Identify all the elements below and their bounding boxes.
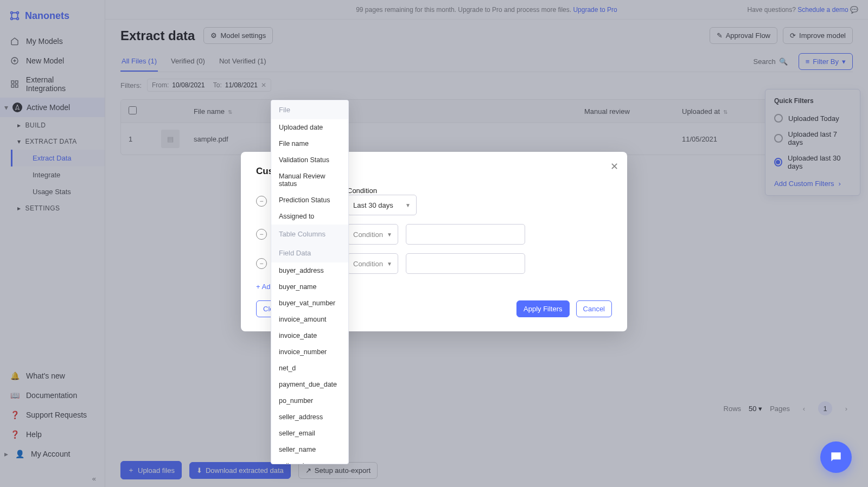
dropdown-option[interactable]: Manual Review status [271, 168, 348, 192]
dropdown-group: Field Data [271, 244, 348, 262]
dropdown-option[interactable]: net_d [271, 360, 348, 376]
remove-rule-icon[interactable]: − [256, 258, 267, 269]
dropdown-option[interactable]: payment_due_date [271, 376, 348, 393]
dropdown-option[interactable]: buyer_name [271, 279, 348, 295]
dropdown-option[interactable]: invoice_amount [271, 311, 348, 328]
dropdown-option[interactable]: Validation Status [271, 152, 348, 168]
dropdown-option[interactable]: File name [271, 136, 348, 152]
chat-icon [829, 450, 843, 464]
dropdown-option[interactable]: invoice_date [271, 328, 348, 344]
dropdown-option[interactable]: seller_phone [271, 458, 348, 464]
condition-select-2[interactable]: Condition▼ [347, 224, 398, 245]
dropdown-option[interactable]: Assigned to [271, 208, 348, 225]
field-options-dropdown: FileUploaded dateFile nameValidation Sta… [271, 100, 349, 464]
value-input-2[interactable] [406, 224, 525, 245]
dropdown-option[interactable]: invoice_number [271, 344, 348, 360]
remove-rule-icon[interactable]: − [256, 196, 267, 207]
dropdown-option[interactable]: po_number [271, 393, 348, 409]
condition-select-3[interactable]: Condition▼ [347, 253, 398, 274]
dropdown-option[interactable]: Prediction Status [271, 192, 348, 208]
condition-select-1[interactable]: Last 30 days▼ [347, 195, 417, 215]
modal-overlay: ✕ Custom Filters − ▼ Condition Last 30 d… [0, 0, 868, 487]
close-icon[interactable]: ✕ [610, 161, 618, 172]
intercom-launcher[interactable] [820, 441, 852, 473]
dropdown-option[interactable]: buyer_address [271, 262, 348, 279]
dropdown-option[interactable]: buyer_vat_number [271, 295, 348, 311]
dropdown-group: Table Columns [271, 225, 348, 244]
dropdown-option[interactable]: Uploaded date [271, 119, 348, 136]
remove-rule-icon[interactable]: − [256, 229, 267, 240]
dropdown-option[interactable]: seller_email [271, 425, 348, 441]
apply-filters-button[interactable]: Apply Filters [516, 300, 570, 317]
cancel-button[interactable]: Cancel [576, 300, 612, 317]
dropdown-option[interactable]: seller_address [271, 409, 348, 425]
value-input-3[interactable] [406, 253, 525, 274]
dropdown-option[interactable]: seller_name [271, 441, 348, 458]
dropdown-group: File [271, 100, 348, 119]
